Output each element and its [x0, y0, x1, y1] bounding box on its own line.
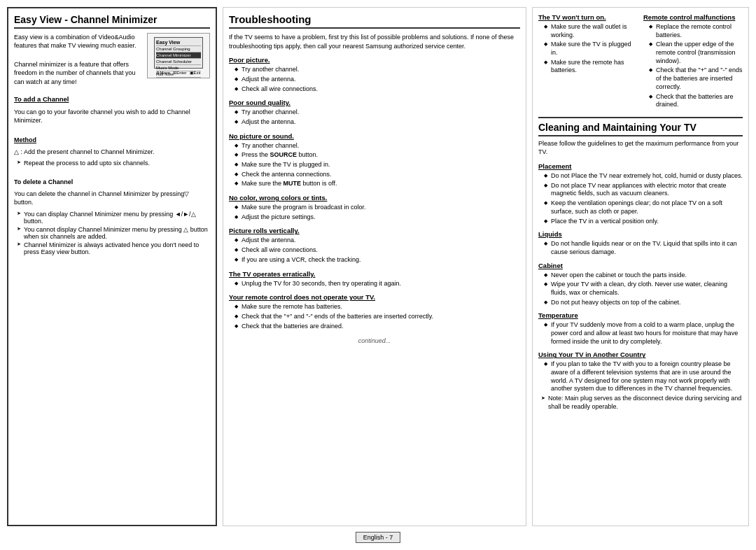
footer: English - 7 — [7, 532, 749, 543]
rs-rm-3: Check that the "+" and "-" ends of the b… — [649, 66, 743, 91]
ts-er-1: Unplug the TV for 30 seconds, then try o… — [234, 280, 520, 288]
left-title: Easy View - Channel Minimizer — [14, 14, 210, 29]
ts-ps-2: Adjust the antenna. — [234, 118, 520, 127]
tv-ctrl-exit: ▣Exit — [190, 70, 201, 75]
to-delete-text: You can delete the channel in Channel Mi… — [14, 190, 210, 206]
rs-ac-note: Note: Main plug serves as the disconnect… — [541, 395, 743, 411]
to-delete-title: To delete a Channel — [14, 178, 210, 186]
mid-column: Troubleshooting If the TV seems to have … — [223, 7, 526, 526]
left-column: Easy View - Channel Minimizer Easy view … — [7, 7, 217, 526]
right-column: The TV won't turn on. Make sure the wall… — [532, 7, 749, 526]
rs-rm-1: Replace the remote control batteries. — [649, 23, 743, 39]
ts-pp-3: Check all wire connections. — [234, 85, 520, 94]
rs-lq-1: Do not handle liquids near or on the TV.… — [544, 240, 743, 256]
rs-temp-1: If your TV suddenly move from a cold to … — [544, 321, 743, 346]
ts-rc-2: Check that the "+" and "-" ends of the b… — [234, 313, 520, 321]
rs-remote-mal: Remote control malfunctions Replace the … — [643, 13, 743, 109]
rs-cabinet: Cabinet Never open the cabinet or touch … — [538, 262, 743, 307]
ts-no-picture: No picture or sound. Try another channel… — [229, 132, 520, 188]
ts-poor-picture: Poor picture. Try another channel. Adjus… — [229, 56, 520, 93]
footer-text: English - 7 — [356, 532, 401, 543]
top-right-right: Remote control malfunctions Replace the … — [643, 13, 743, 114]
ts-pp-2: Adjust the antenna. — [234, 76, 520, 84]
cleaning-intro: Please follow the guidelines to get the … — [538, 139, 743, 157]
top-right-section: The TV won't turn on. Make sure the wall… — [538, 13, 743, 114]
ts-pr-1: Adjust the antenna. — [234, 237, 520, 245]
delete-list: You can display Channel Minimizer menu b… — [17, 211, 210, 255]
method-text: △ : Add the present channel to Channel M… — [14, 148, 210, 156]
rs-rm-4: Check that the batteries are drained. — [649, 93, 743, 109]
mid-title: Troubleshooting — [229, 13, 520, 29]
ts-np-1: Try another channel. — [234, 142, 520, 150]
rs-pl-1: Do not Place the TV near extremely hot, … — [544, 172, 743, 181]
rs-wont-turn-on: The TV won't turn on. Make sure the wall… — [538, 13, 638, 75]
page: Easy View - Channel Minimizer Easy view … — [0, 0, 756, 550]
cleaning-section: Cleaning and Maintaining Your TV Please … — [538, 117, 743, 411]
rs-cab-2: Wipe your TV with a clean, dry cloth. Ne… — [544, 281, 743, 297]
rs-pl-3: Keep the ventilation openings clear; do … — [544, 199, 743, 216]
rs-pl-4: Place the TV in a vertical position only… — [544, 218, 743, 226]
bullet3: Channel Minimizer is always activated he… — [17, 241, 210, 255]
mid-intro: If the TV seems to have a problem, first… — [229, 33, 520, 50]
ts-np-5: Make sure the MUTE button is off. — [234, 180, 520, 188]
ts-poor-sound: Poor sound quality. Try another channel.… — [229, 99, 520, 126]
ts-rc-1: Make sure the remote has batteries. — [234, 303, 520, 311]
rs-rm-2: Clean the upper edge of the remote contr… — [649, 41, 743, 65]
method-list: Repeat the process to add upto six chann… — [17, 160, 210, 167]
top-right-left: The TV won't turn on. Make sure the wall… — [538, 13, 638, 114]
ts-erratic: The TV operates erratically. Unplug the … — [229, 270, 520, 288]
ts-remote: Your remote control does not operate you… — [229, 293, 520, 330]
rs-liquids: Liquids Do not handle liquids near or on… — [538, 230, 743, 256]
ts-no-color: No color, wrong colors or tints. Make su… — [229, 194, 520, 221]
rs-placement: Placement Do not Place the TV near extre… — [538, 162, 743, 225]
rs-ac-1: If you plan to take the TV with you to a… — [544, 360, 743, 393]
method-title: Method — [14, 136, 210, 144]
tv-ctrl-enter: ⊞Enter — [173, 70, 186, 75]
tv-menu-2: Channel Minimizer — [156, 52, 201, 59]
rs-another-country: Using Your TV in Another Country If you … — [538, 351, 743, 411]
tv-screen: Easy View Channel Grouping Channel Minim… — [154, 37, 203, 69]
tv-menu-3: Channel Scheduler — [156, 59, 201, 65]
ts-nc-2: Adjust the picture settings. — [234, 213, 520, 222]
ts-nc-1: Make sure the program is broadcast in co… — [234, 204, 520, 212]
ts-pr-2: Check all wire connections. — [234, 246, 520, 255]
tv-diagram: Easy View Channel Grouping Channel Minim… — [147, 33, 210, 78]
bullet1: You can display Channel Minimizer menu b… — [17, 211, 210, 225]
method-repeat: Repeat the process to add upto six chann… — [17, 160, 210, 167]
left-intro-2: Channel minimizer is a feature that offe… — [14, 60, 143, 85]
ts-pr-3: If you are using a VCR, check the tracki… — [234, 256, 520, 265]
rs-wto-2: Make sure the TV is plugged in. — [544, 41, 638, 57]
intro-block: Easy view is a combination of Video&Audi… — [14, 33, 210, 90]
rs-cab-1: Never open the cabinet or touch the part… — [544, 272, 743, 280]
rs-cab-3: Do not put heavy objects on top of the c… — [544, 299, 743, 307]
left-intro-1: Easy view is a combination of Video&Audi… — [14, 33, 143, 50]
tv-menu-1: Channel Grouping — [156, 46, 201, 52]
rs-temperature: Temperature If your TV suddenly move fro… — [538, 311, 743, 346]
tv-menu-title: Easy View — [156, 39, 201, 46]
tv-controls: ⊕Move ⊞Enter ▣Exit — [156, 70, 200, 75]
continued-label: continued... — [229, 337, 520, 344]
cleaning-title: Cleaning and Maintaining Your TV — [538, 122, 743, 136]
rs-pl-2: Do not place TV near appliances with ele… — [544, 182, 743, 198]
columns: Easy View - Channel Minimizer Easy view … — [7, 7, 749, 526]
ts-np-4: Check the antenna connections. — [234, 171, 520, 179]
rs-wto-3: Make sure the remote has batteries. — [544, 59, 638, 75]
to-add-text: You can go to your favorite channel you … — [14, 108, 210, 125]
ts-np-2: Press the SOURCE button. — [234, 151, 520, 160]
left-intro: Easy view is a combination of Video&Audi… — [14, 33, 143, 90]
tv-ctrl-move: ⊕Move — [156, 70, 170, 75]
ts-rc-3: Check that the batteries are drained. — [234, 323, 520, 331]
to-add-title: To add a Channel — [14, 95, 210, 104]
rs-wto-1: Make sure the wall outlet is working. — [544, 23, 638, 39]
ts-pp-1: Try another channel. — [234, 66, 520, 74]
ts-np-3: Make sure the TV is plugged in. — [234, 161, 520, 169]
bullet2: You cannot display Channel Minimizer men… — [17, 226, 210, 240]
ts-ps-1: Try another channel. — [234, 108, 520, 117]
ts-picture-rolls: Picture rolls vertically. Adjust the ant… — [229, 227, 520, 264]
